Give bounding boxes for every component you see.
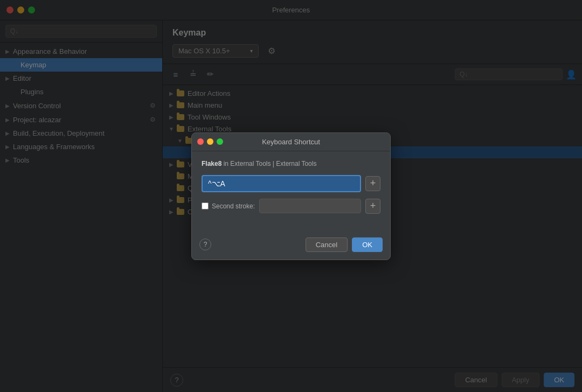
modal-ok-button[interactable]: OK — [352, 237, 383, 252]
modal-body: Flake8 in External Tools | External Tool… — [192, 151, 390, 233]
modal-title-text: Keyboard Shortcut — [262, 138, 320, 146]
second-stroke-text: Second stroke: — [212, 202, 255, 210]
second-stroke-input[interactable] — [259, 199, 361, 213]
modal-footer: ? Cancel OK — [192, 233, 390, 260]
modal-buttons: Cancel OK — [306, 237, 383, 252]
modal-maximize-button[interactable] — [217, 138, 223, 145]
shortcut-input[interactable] — [202, 175, 361, 192]
modal-traffic-lights — [197, 138, 223, 145]
modal-overlay: Keyboard Shortcut Flake8 in External Too… — [0, 0, 582, 392]
add-second-stroke-button[interactable]: + — [365, 199, 380, 214]
modal-subtitle: Flake8 in External Tools | External Tool… — [202, 160, 380, 167]
modal-minimize-button[interactable] — [207, 138, 213, 145]
modal-title-bar: Keyboard Shortcut — [192, 133, 390, 151]
second-stroke-checkbox[interactable] — [202, 202, 209, 209]
shortcut-input-row: + — [202, 175, 380, 192]
keyboard-shortcut-modal: Keyboard Shortcut Flake8 in External Too… — [191, 132, 391, 260]
add-shortcut-button[interactable]: + — [365, 176, 380, 191]
second-stroke-label: Second stroke: — [202, 202, 255, 210]
modal-subtitle-bold: Flake8 — [202, 160, 221, 167]
modal-close-button[interactable] — [197, 138, 204, 145]
modal-cancel-button[interactable]: Cancel — [306, 237, 348, 252]
modal-help-button[interactable]: ? — [199, 239, 211, 250]
modal-subtitle-rest: in External Tools | External Tools — [221, 160, 316, 167]
second-stroke-row: Second stroke: + — [202, 199, 380, 214]
